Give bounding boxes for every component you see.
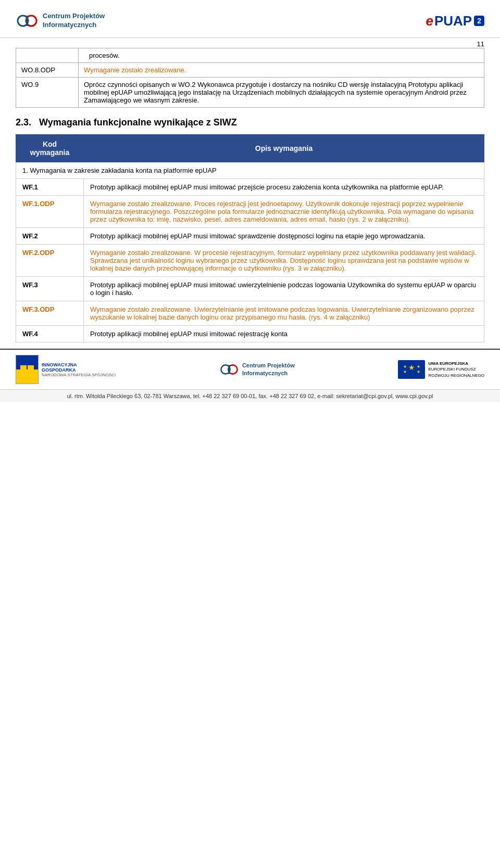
wo9-text: Oprócz czynności opisanych w WO.2 Wykona… <box>84 81 467 104</box>
svg-text:★: ★ <box>403 364 407 369</box>
wf1odp-code: WF.1.ODP <box>16 196 84 228</box>
innowacyjna-flag-icon <box>16 355 39 384</box>
ue-text: UNIA EUROPEJSKA EUROPEJSKI FUNDUSZ ROZWO… <box>428 361 484 378</box>
innowacyjna-text2: GOSPODARKA <box>42 367 116 373</box>
cpi-logo-icon <box>16 9 39 32</box>
wf2odp-text: Wymaganie zostało zrealizowane. W proces… <box>84 245 484 277</box>
footer-cpi-name: Centrum Projektów Informatycznych <box>242 362 295 378</box>
wf4-code: WF.4 <box>16 326 84 342</box>
table-row: WF.2 Prototyp aplikacji mobilnej epUAP m… <box>16 228 484 245</box>
section1-header-row: 1. Wymagania w zakresie zakładania konta… <box>16 162 484 179</box>
section1-label: 1. Wymagania w zakresie zakładania konta… <box>16 162 484 179</box>
svg-text:★: ★ <box>403 369 407 374</box>
epuap-e-letter: e <box>426 13 433 29</box>
wf2-text: Prototyp aplikacji mobilnej epUAP musi i… <box>84 228 484 245</box>
main-content: procesów. WO.8.ODP Wymaganie zostało zre… <box>0 48 500 342</box>
wf3-code: WF.3 <box>16 277 84 301</box>
footer-bar-text: ul. rtm. Witolda Pileckiego 63, 02-781 W… <box>67 393 433 399</box>
logo-cpi: Centrum Projektów Informatycznych <box>16 9 105 32</box>
epuap-puap-text: PUAP <box>434 13 472 29</box>
table-row: WF.3.ODP Wymaganie zostało zrealizowane.… <box>16 301 484 326</box>
col-desc-header: Opis wymagania <box>84 135 484 162</box>
innowacyjna-text1: INNOWACYJNA <box>42 362 116 367</box>
wo8-code: WO.8.ODP <box>21 66 55 74</box>
wf1odp-text: Wymaganie zostało zrealizowane. Proces r… <box>84 196 484 228</box>
table-row: WF.3 Prototyp aplikacji mobilnej epUAP m… <box>16 277 484 301</box>
intro-table: procesów. WO.8.ODP Wymaganie zostało zre… <box>16 48 484 108</box>
wo9-code: WO.9 <box>21 81 39 88</box>
svg-rect-4 <box>28 365 34 369</box>
logo-epuap: e PUAP 2 <box>426 13 484 29</box>
table-row: WF.1.ODP Wymaganie zostało zrealizowane.… <box>16 196 484 228</box>
wf3odp-code: WF.3.ODP <box>16 301 84 326</box>
wf4-text: Prototyp aplikacji mobilnej epUAP musi i… <box>84 326 484 342</box>
cpi-name: Centrum Projektów Informatycznych <box>43 12 105 30</box>
wf2-code: WF.2 <box>16 228 84 245</box>
section-number: 2.3. <box>16 117 31 127</box>
procesow-text: procesów. <box>84 48 125 62</box>
footer-logo-cpi: Centrum Projektów Informatycznych <box>219 360 295 379</box>
epuap-badge: e PUAP 2 <box>426 13 484 29</box>
requirements-table: Kod wymagania Opis wymagania 1. Wymagani… <box>16 134 484 342</box>
svg-rect-3 <box>20 365 27 369</box>
epuap-version-badge: 2 <box>474 16 484 26</box>
svg-text:★: ★ <box>417 369 420 374</box>
wo8-row: WO.8.ODP Wymaganie zostało zrealizowane. <box>16 63 484 78</box>
wf1-code: WF.1 <box>16 179 84 196</box>
svg-text:★: ★ <box>408 363 415 372</box>
footer-cpi-icon <box>219 360 239 379</box>
table-row: WF.1 Prototyp aplikacji mobilnej epUAP m… <box>16 179 484 196</box>
innowacyjna-text3: NARODOWA STRATEGIA SPÓJNOŚCI <box>42 373 116 377</box>
table-header-row: Kod wymagania Opis wymagania <box>16 135 484 162</box>
page-header: Centrum Projektów Informatycznych e PUAP… <box>0 0 500 38</box>
svg-rect-5 <box>20 370 34 374</box>
section-title: Wymagania funkcjonalne wynikające z SIWZ <box>39 117 237 127</box>
wo9-row: WO.9 Oprócz czynności opisanych w WO.2 W… <box>16 78 484 108</box>
svg-rect-8 <box>228 365 230 374</box>
svg-rect-2 <box>26 16 28 26</box>
footer-logo-ue: ★ ★ ★ ★ ★ UNIA EUROPEJSKA EUROPEJSKI FUN… <box>398 360 484 379</box>
svg-text:★: ★ <box>417 364 420 369</box>
footer-logo-innowacyjna: INNOWACYJNA GOSPODARKA NARODOWA STRATEGI… <box>16 355 116 384</box>
procesow-row: procesów. <box>16 48 484 63</box>
col-code-header: Kod wymagania <box>16 135 84 162</box>
page-number: 11 <box>0 38 500 48</box>
page-footer: INNOWACYJNA GOSPODARKA NARODOWA STRATEGI… <box>0 349 500 389</box>
section-heading: 2.3. Wymagania funkcjonalne wynikające z… <box>16 117 484 128</box>
footer-bar: ul. rtm. Witolda Pileckiego 63, 02-781 W… <box>0 389 500 402</box>
ue-flag-icon: ★ ★ ★ ★ ★ <box>398 360 425 379</box>
wf3odp-text: Wymaganie zostało zrealizowane. Uwierzyt… <box>84 301 484 326</box>
wo8-text: Wymaganie zostało zrealizowane. <box>84 66 186 74</box>
wf3-text: Prototyp aplikacji mobilnej epUAP musi i… <box>84 277 484 301</box>
table-row: WF.4 Prototyp aplikacji mobilnej epUAP m… <box>16 326 484 342</box>
wf1-text: Prototyp aplikacji mobilnej epUAP musi i… <box>84 179 484 196</box>
table-row: WF.2.ODP Wymaganie zostało zrealizowane.… <box>16 245 484 277</box>
wf2odp-code: WF.2.ODP <box>16 245 84 277</box>
